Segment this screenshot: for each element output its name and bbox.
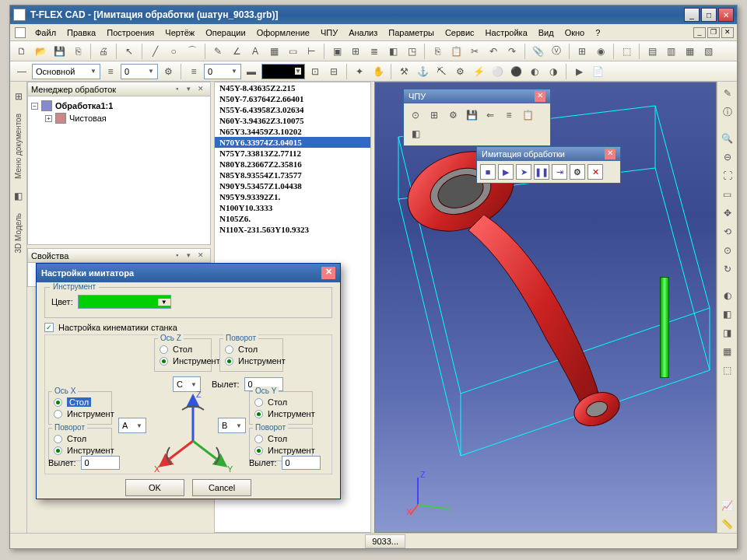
extend-y-input[interactable] bbox=[282, 456, 321, 470]
menu-cnc[interactable]: ЧПУ bbox=[316, 26, 342, 39]
prop-icon[interactable]: ⊡ bbox=[307, 63, 324, 80]
cnc3-icon[interactable]: ⛏ bbox=[433, 63, 450, 80]
gcode-line[interactable]: N90Y9.53457Z1.04438 bbox=[215, 180, 370, 191]
hatch-icon[interactable]: ▦ bbox=[265, 43, 282, 60]
gcode-line[interactable]: N65Y3.34459Z3.10202 bbox=[215, 126, 370, 137]
x-stol-radio[interactable] bbox=[54, 398, 62, 407]
style-icon[interactable]: — bbox=[13, 63, 30, 80]
cnc6-icon[interactable]: ⚪ bbox=[489, 63, 506, 80]
zoom-in-icon[interactable]: 🔍 bbox=[719, 130, 736, 147]
view-icon[interactable]: ◳ bbox=[403, 43, 420, 60]
misc-icon[interactable]: ⚙ bbox=[160, 63, 177, 80]
sim-settings-icon[interactable]: ⚙ bbox=[570, 164, 585, 180]
cnc8-icon[interactable]: ◐ bbox=[526, 63, 543, 80]
table-icon[interactable]: ⊞ bbox=[573, 43, 591, 60]
nc-toolbar-header[interactable]: ЧПУ ✕ bbox=[404, 89, 550, 103]
cnc4-icon[interactable]: ⚙ bbox=[451, 63, 468, 80]
cursor-icon[interactable]: ↖ bbox=[121, 43, 138, 60]
z-instr-radio[interactable] bbox=[160, 357, 168, 366]
undo-icon[interactable]: ↶ bbox=[485, 43, 502, 60]
gcode-line[interactable]: N45Y-8.43635Z2.215 bbox=[215, 82, 370, 93]
tree[interactable]: − Обработка1:1 + Чистовая bbox=[28, 96, 210, 128]
text-icon[interactable]: A bbox=[247, 43, 264, 60]
tree-expand-icon[interactable]: + bbox=[45, 115, 52, 122]
vars-icon[interactable]: ⓥ bbox=[548, 43, 565, 60]
group-icon[interactable]: ▣ bbox=[328, 43, 345, 60]
line-icon[interactable]: ╱ bbox=[146, 43, 163, 60]
tab-documents[interactable]: Меню документов bbox=[12, 107, 25, 186]
nc-btn4-icon[interactable]: 💾 bbox=[463, 107, 480, 124]
tool-icon[interactable]: ✎ bbox=[209, 43, 226, 60]
zoom-out-icon[interactable]: ⊖ bbox=[719, 149, 736, 166]
titlebar[interactable]: T-FLEX CAD - [Имитация обработки (шатун_… bbox=[10, 5, 737, 24]
cut-icon[interactable]: ✂ bbox=[466, 43, 483, 60]
sim-toolbar-header[interactable]: Имитация обработки ✕ bbox=[477, 147, 620, 161]
cancel-button[interactable]: Cancel bbox=[192, 479, 251, 496]
num2-input[interactable]: 0▼ bbox=[204, 64, 241, 79]
nc-btn3-icon[interactable]: ⚙ bbox=[444, 107, 461, 124]
sim-play-icon[interactable]: ▶ bbox=[498, 164, 514, 180]
menu-view[interactable]: Вид bbox=[534, 26, 559, 39]
new-icon[interactable]: 🗋 bbox=[13, 43, 30, 60]
combo-c[interactable]: C▼ bbox=[173, 376, 201, 392]
gcode-line[interactable]: N70Y6.33974Z3.04015 bbox=[215, 137, 370, 148]
fx-icon[interactable]: ✦ bbox=[351, 63, 368, 80]
nc-btn6-icon[interactable]: ≡ bbox=[500, 107, 517, 124]
cnc1-icon[interactable]: ⚒ bbox=[395, 63, 412, 80]
3d-viewport[interactable]: Z Y X ЧПУ ✕ ⊙ ⊞ ⚙ 💾 ⇐ ≡ 📋 ◧ bbox=[374, 82, 717, 533]
simulation-floating-toolbar[interactable]: Имитация обработки ✕ ■ ▶ ➤ ❚❚ ⇥ ⚙ ✕ bbox=[476, 146, 621, 184]
panel-menu-icon[interactable]: ▾ bbox=[187, 85, 196, 94]
sim-ff-icon[interactable]: ➤ bbox=[516, 164, 531, 180]
combo-b[interactable]: B▼ bbox=[218, 418, 246, 433]
cube-icon[interactable]: ◧ bbox=[384, 43, 402, 60]
menu-design[interactable]: Оформление bbox=[252, 26, 314, 39]
panel-header[interactable]: Менеджер обработок ▪ ▾ ✕ bbox=[28, 82, 210, 96]
sim-abort-icon[interactable]: ✕ bbox=[587, 164, 603, 180]
x-instr-radio[interactable] bbox=[54, 410, 62, 418]
extend-x-input[interactable] bbox=[81, 456, 120, 470]
3d-icon[interactable]: ⬚ bbox=[618, 43, 635, 60]
win4-icon[interactable]: ▧ bbox=[700, 43, 717, 60]
layers-icon[interactable]: ≣ bbox=[366, 43, 383, 60]
gcode-line[interactable]: N75Y7.33813Z2.77112 bbox=[215, 148, 370, 159]
render-icon[interactable]: ◉ bbox=[592, 43, 609, 60]
tool-color-combo[interactable]: ▼ bbox=[78, 295, 171, 309]
view5-icon[interactable]: ⬚ bbox=[719, 362, 736, 379]
color-combo[interactable]: ▼ bbox=[261, 64, 305, 79]
open-icon[interactable]: 📂 bbox=[32, 43, 49, 60]
rect-icon[interactable]: ▭ bbox=[284, 43, 301, 60]
gcode-line[interactable]: N55Y-6.43958Z3.02634 bbox=[215, 104, 370, 115]
nc-btn2-icon[interactable]: ⊞ bbox=[426, 107, 443, 124]
saveall-icon[interactable]: ⎘ bbox=[69, 43, 86, 60]
paste-icon[interactable]: 📋 bbox=[447, 43, 465, 60]
kinematics-checkbox[interactable]: ✓ bbox=[44, 323, 54, 332]
ok-button[interactable]: OK bbox=[125, 479, 184, 496]
props-menu-icon[interactable]: ▾ bbox=[187, 251, 196, 261]
win1-icon[interactable]: ▤ bbox=[644, 43, 661, 60]
chart-icon[interactable]: 📈 bbox=[719, 497, 736, 514]
circle-icon[interactable]: ○ bbox=[165, 43, 182, 60]
props-header[interactable]: Свойства ▪ ▾ ✕ bbox=[28, 249, 210, 263]
maximize-button[interactable]: □ bbox=[701, 8, 717, 22]
nc-btn1-icon[interactable]: ⊙ bbox=[407, 107, 424, 124]
minimize-button[interactable]: _ bbox=[684, 8, 700, 22]
gcode-line[interactable]: N95Y9.93392Z1. bbox=[215, 191, 370, 202]
gcode-line[interactable]: N105Z6. bbox=[215, 213, 370, 224]
sim-step-icon[interactable]: ⇥ bbox=[552, 164, 567, 180]
document-tab[interactable]: 9033... bbox=[365, 534, 405, 548]
panel-close-icon[interactable]: ✕ bbox=[198, 85, 207, 94]
tab-3dmodel[interactable]: 3D Модель bbox=[12, 206, 25, 260]
mdi-restore[interactable]: ❐ bbox=[707, 27, 720, 38]
hand-icon[interactable]: ✋ bbox=[370, 63, 387, 80]
props-pin-icon[interactable]: ▪ bbox=[176, 251, 185, 261]
dialog-close-icon[interactable]: ✕ bbox=[321, 267, 335, 279]
menu-window[interactable]: Окно bbox=[560, 26, 590, 39]
num1-input[interactable]: 0▼ bbox=[121, 64, 158, 79]
y-stol-radio[interactable] bbox=[254, 398, 263, 407]
props-close-icon[interactable]: ✕ bbox=[198, 251, 207, 261]
menu-service[interactable]: Сервис bbox=[440, 26, 479, 39]
menu-build[interactable]: Построения bbox=[102, 26, 159, 39]
tree-child-label[interactable]: Чистовая bbox=[69, 114, 107, 123]
menu-operations[interactable]: Операции bbox=[201, 26, 250, 39]
copy-icon[interactable]: ⎘ bbox=[429, 43, 446, 60]
